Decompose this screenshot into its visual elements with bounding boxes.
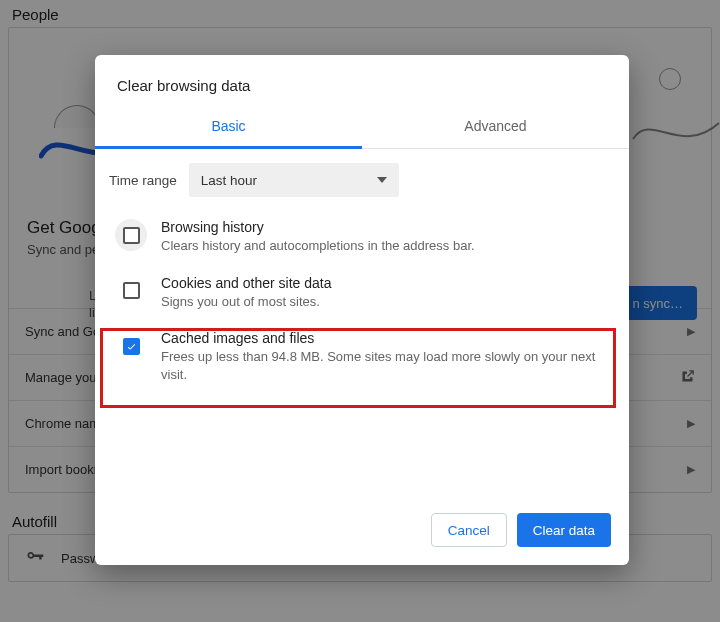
time-range-label: Time range — [109, 173, 177, 188]
dropdown-arrow-icon — [377, 177, 387, 183]
option-cache[interactable]: Cached images and files Frees up less th… — [109, 324, 615, 397]
checkbox-browsing-history[interactable] — [115, 219, 147, 251]
option-title: Cookies and other site data — [161, 275, 609, 291]
option-desc: Clears history and autocompletions in th… — [161, 237, 609, 255]
checkbox-cookies[interactable] — [115, 275, 147, 307]
dialog-title: Clear browsing data — [95, 55, 629, 108]
time-range-row: Time range Last hour — [109, 163, 615, 197]
option-title: Browsing history — [161, 219, 609, 235]
checkbox-icon — [123, 227, 140, 244]
checkbox-icon — [123, 338, 140, 355]
time-range-value: Last hour — [201, 173, 257, 188]
option-cookies[interactable]: Cookies and other site data Signs you ou… — [109, 269, 615, 325]
cancel-button[interactable]: Cancel — [431, 513, 507, 547]
clear-browsing-data-dialog: Clear browsing data Basic Advanced Time … — [95, 55, 629, 565]
time-range-select[interactable]: Last hour — [189, 163, 399, 197]
checkbox-icon — [123, 282, 140, 299]
dialog-body: Time range Last hour Browsing history Cl… — [95, 149, 629, 501]
option-desc: Signs you out of most sites. — [161, 293, 609, 311]
option-desc: Frees up less than 94.8 MB. Some sites m… — [161, 348, 609, 383]
clear-data-button[interactable]: Clear data — [517, 513, 611, 547]
option-browsing-history[interactable]: Browsing history Clears history and auto… — [109, 213, 615, 269]
tab-advanced[interactable]: Advanced — [362, 108, 629, 148]
tab-bar: Basic Advanced — [95, 108, 629, 149]
tab-basic[interactable]: Basic — [95, 108, 362, 149]
dialog-footer: Cancel Clear data — [95, 501, 629, 565]
option-title: Cached images and files — [161, 330, 609, 346]
checkbox-cache[interactable] — [115, 330, 147, 362]
